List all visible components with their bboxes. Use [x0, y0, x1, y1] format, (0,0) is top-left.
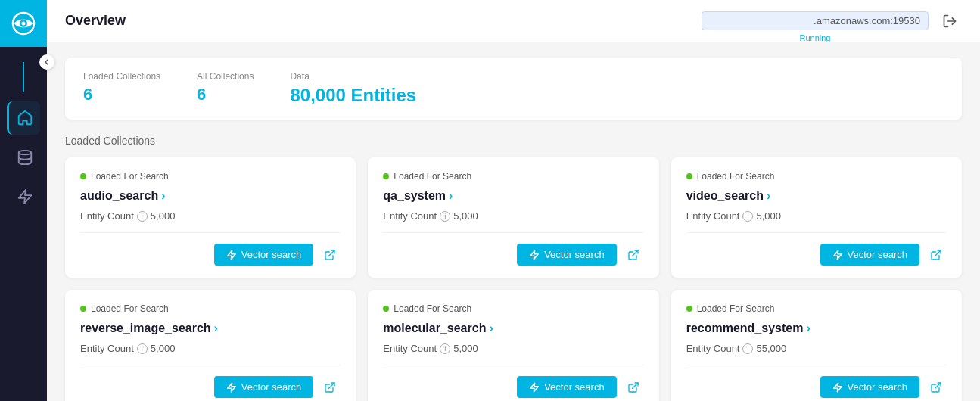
- open-link-button[interactable]: [319, 244, 341, 266]
- collection-name[interactable]: video_search ›: [686, 189, 947, 203]
- sidebar: [0, 0, 47, 401]
- vector-search-button[interactable]: Vector search: [214, 376, 314, 398]
- chevron-right-icon: ›: [161, 189, 165, 203]
- collection-card: Loaded For Search audio_search › Entity …: [65, 157, 356, 278]
- collection-name[interactable]: qa_system ›: [383, 189, 643, 203]
- svg-marker-6: [228, 250, 236, 260]
- sidebar-item-database[interactable]: [7, 141, 40, 174]
- app-logo[interactable]: [0, 0, 47, 47]
- card-divider: [80, 232, 341, 233]
- collection-card: Loaded For Search reverse_image_search ›…: [65, 290, 356, 401]
- svg-marker-10: [833, 250, 842, 260]
- loaded-collections-value: 6: [83, 85, 160, 104]
- entity-count-row: Entity Count i 5,000: [383, 343, 643, 354]
- open-link-button[interactable]: [623, 244, 644, 266]
- sidebar-toggle[interactable]: [39, 54, 54, 70]
- open-link-button[interactable]: [926, 244, 947, 266]
- card-divider: [686, 232, 947, 233]
- connection-url: .amazonaws.com:19530: [702, 11, 929, 30]
- svg-line-9: [632, 250, 637, 256]
- entity-count-row: Entity Count i 5,000: [383, 210, 643, 222]
- info-icon[interactable]: i: [137, 211, 148, 222]
- card-status: Loaded For Search: [80, 171, 341, 182]
- status-label: Loaded For Search: [91, 303, 169, 314]
- sidebar-item-lightning[interactable]: [7, 180, 40, 213]
- card-actions: Vector search: [80, 244, 341, 266]
- status-dot: [383, 306, 389, 312]
- info-icon[interactable]: i: [137, 343, 148, 354]
- sidebar-item-home[interactable]: [7, 101, 40, 135]
- entity-count-value: 5,000: [151, 210, 176, 222]
- entity-count-label: Entity Count: [383, 343, 437, 354]
- info-icon[interactable]: i: [742, 343, 753, 354]
- collection-card: Loaded For Search recommend_system › Ent…: [671, 290, 962, 401]
- entity-count-label: Entity Count: [80, 343, 134, 354]
- card-divider: [383, 232, 643, 233]
- entity-count-value: 5,000: [453, 210, 478, 222]
- logout-button[interactable]: [938, 9, 962, 33]
- info-icon[interactable]: i: [742, 211, 753, 222]
- status-label: Loaded For Search: [697, 171, 775, 182]
- vector-search-button[interactable]: Vector search: [820, 376, 920, 398]
- svg-marker-4: [18, 190, 31, 204]
- all-collections-value: 6: [197, 85, 254, 104]
- section-label: Loaded Collections: [65, 135, 962, 147]
- svg-marker-16: [833, 383, 842, 392]
- entity-count-value: 55,000: [756, 343, 786, 354]
- vector-search-button[interactable]: Vector search: [517, 376, 617, 398]
- card-divider: [686, 365, 947, 365]
- card-status: Loaded For Search: [383, 303, 643, 314]
- page-title: Overview: [65, 13, 702, 29]
- entity-count-label: Entity Count: [80, 210, 134, 222]
- entity-count-row: Entity Count i 5,000: [80, 210, 341, 222]
- stat-data: Data 80,000 Entities: [290, 71, 416, 106]
- data-label: Data: [290, 71, 416, 82]
- info-icon[interactable]: i: [440, 211, 450, 222]
- collection-name[interactable]: molecular_search ›: [383, 322, 643, 335]
- card-divider: [383, 365, 643, 365]
- chevron-right-icon: ›: [489, 322, 493, 335]
- open-link-button[interactable]: [926, 377, 947, 398]
- vector-search-button[interactable]: Vector search: [517, 244, 617, 266]
- svg-marker-14: [530, 383, 539, 392]
- card-status: Loaded For Search: [686, 171, 947, 182]
- open-link-button[interactable]: [623, 377, 644, 398]
- entity-count-label: Entity Count: [686, 210, 740, 222]
- entity-count-value: 5,000: [756, 210, 781, 222]
- svg-point-3: [18, 151, 31, 155]
- card-actions: Vector search: [383, 376, 643, 398]
- card-status: Loaded For Search: [80, 303, 341, 314]
- vector-search-button[interactable]: Vector search: [820, 244, 920, 266]
- svg-line-11: [935, 250, 941, 256]
- header: Overview .amazonaws.com:19530 Running: [47, 0, 980, 42]
- entity-count-label: Entity Count: [383, 210, 437, 222]
- entity-count-value: 5,000: [151, 343, 176, 354]
- vector-search-button[interactable]: Vector search: [214, 244, 314, 266]
- card-divider: [80, 365, 341, 365]
- loaded-collections-label: Loaded Collections: [83, 71, 160, 82]
- collection-card: Loaded For Search molecular_search › Ent…: [368, 290, 658, 401]
- card-actions: Vector search: [383, 244, 643, 266]
- svg-line-15: [632, 383, 637, 388]
- entity-count-row: Entity Count i 55,000: [686, 343, 947, 354]
- status-dot: [80, 173, 86, 179]
- chevron-right-icon: ›: [214, 322, 218, 335]
- all-collections-label: All Collections: [197, 71, 254, 82]
- entity-count-value: 5,000: [453, 343, 478, 354]
- collection-name[interactable]: audio_search ›: [80, 189, 341, 203]
- header-right: .amazonaws.com:19530 Running: [702, 9, 962, 33]
- content-area: Loaded Collections 6 All Collections 6 D…: [47, 42, 980, 401]
- info-icon[interactable]: i: [440, 343, 450, 354]
- card-actions: Vector search: [686, 376, 947, 398]
- data-value: 80,000 Entities: [290, 85, 416, 106]
- stat-loaded-collections: Loaded Collections 6: [83, 71, 160, 106]
- open-link-button[interactable]: [319, 377, 341, 398]
- status-dot: [383, 173, 389, 179]
- collection-name[interactable]: reverse_image_search ›: [80, 322, 341, 335]
- sidebar-active-indicator: [23, 62, 24, 92]
- collection-name[interactable]: recommend_system ›: [686, 322, 947, 335]
- status-label: Loaded For Search: [697, 303, 775, 314]
- status-label: Loaded For Search: [394, 171, 471, 182]
- collection-card: Loaded For Search video_search › Entity …: [671, 157, 962, 278]
- status-label: Loaded For Search: [91, 171, 169, 182]
